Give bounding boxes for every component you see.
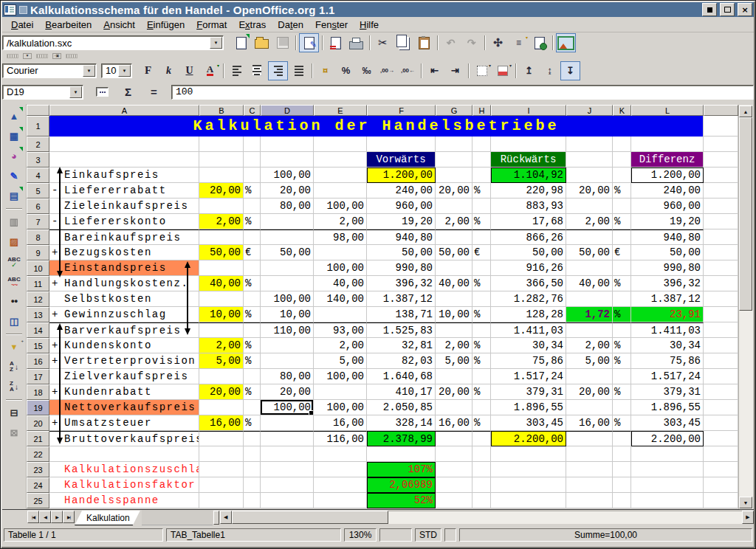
cell-B24[interactable] <box>199 477 244 493</box>
cell-I11[interactable]: 366,50 <box>491 276 566 291</box>
cell-C3[interactable] <box>244 152 261 168</box>
row-header-15[interactable]: 15 <box>27 338 49 353</box>
cell-A11[interactable]: +Handlungskostenz. <box>49 276 199 291</box>
cell-A18[interactable]: +Kundenrabatt <box>49 384 199 400</box>
cell-A14[interactable]: Barverkaufspreis <box>49 322 199 338</box>
cell-D11[interactable] <box>261 276 314 291</box>
cell-L14[interactable]: 1.411,03 <box>631 322 704 338</box>
cell-E24[interactable] <box>314 477 367 493</box>
cell-I21[interactable]: 2.200,00 <box>491 431 566 446</box>
row-header-6[interactable]: 6 <box>27 198 49 214</box>
menu-fenster[interactable]: Fenster <box>309 18 354 31</box>
cell-L15[interactable]: 30,34 <box>631 338 704 353</box>
borders-icon[interactable]: ▾ <box>472 61 492 80</box>
redo-icon[interactable]: ↷ <box>461 33 481 52</box>
cell-G19[interactable] <box>436 400 472 415</box>
row-header-10[interactable]: 10 <box>27 260 49 276</box>
cell-J18[interactable]: 20,00 <box>566 384 613 400</box>
cell-F17[interactable]: 1.640,68 <box>367 369 436 384</box>
cell-M25[interactable] <box>704 493 738 508</box>
cell-F8[interactable]: 940,80 <box>367 229 436 245</box>
cell-E16[interactable]: 5,00 <box>314 353 367 369</box>
cell-H24[interactable] <box>472 477 491 493</box>
sort-descending-icon[interactable]: ZA↓ <box>4 377 24 396</box>
cell-K25[interactable] <box>613 493 631 508</box>
cell-C4[interactable] <box>244 168 261 183</box>
cell-L16[interactable]: 75,86 <box>631 353 704 369</box>
cell-G8[interactable] <box>436 229 472 245</box>
cell-C17[interactable] <box>244 369 261 384</box>
cell-J8[interactable] <box>566 229 613 245</box>
cell-F15[interactable]: 32,81 <box>367 338 436 353</box>
name-box-dropdown-icon[interactable]: ▼ <box>69 86 82 98</box>
cell-G3[interactable] <box>436 152 472 168</box>
cell-G16[interactable]: 5,00 <box>436 353 472 369</box>
cell-K4[interactable] <box>613 168 631 183</box>
form-functions-icon[interactable]: ▤ <box>4 186 24 205</box>
restore-button[interactable] <box>720 3 735 16</box>
cell-H12[interactable] <box>472 291 491 307</box>
cell-G22[interactable] <box>436 446 472 462</box>
cell-B12[interactable] <box>199 291 244 307</box>
toolbar-handle[interactable] <box>7 54 18 58</box>
print-icon[interactable] <box>346 33 366 52</box>
cell-G14[interactable] <box>436 322 472 338</box>
scroll-up-icon[interactable]: ▲ <box>739 106 752 117</box>
cell-B9[interactable]: 50,00 <box>199 245 244 260</box>
cell-C6[interactable] <box>244 198 261 214</box>
cell-M11[interactable] <box>704 276 738 291</box>
spellcheck-icon[interactable]: ABC✓ <box>4 252 24 271</box>
copy-icon[interactable] <box>394 33 413 52</box>
group-icon[interactable]: ⊟ <box>4 403 24 422</box>
cell-J21[interactable] <box>566 431 613 446</box>
row-header-25[interactable]: 25 <box>27 493 49 508</box>
cell-H7[interactable]: % <box>472 214 491 229</box>
column-header-stub[interactable] <box>704 105 738 116</box>
cell-M10[interactable] <box>704 260 738 276</box>
autoformat-icon[interactable]: ▨ <box>4 232 24 251</box>
next-sheet-button[interactable]: ▶ <box>51 511 63 523</box>
cell-B21[interactable] <box>199 431 244 446</box>
cell-K9[interactable]: € <box>613 245 631 260</box>
cell-H10[interactable] <box>472 260 491 276</box>
font-name-dropdown-icon[interactable]: ▼ <box>83 65 95 77</box>
cell-K12[interactable] <box>613 291 631 307</box>
cell-B17[interactable] <box>199 369 244 384</box>
cell-L6[interactable]: 960,00 <box>631 198 704 214</box>
cell-F23[interactable]: 107% <box>367 462 436 477</box>
column-header-J[interactable]: J <box>566 105 613 116</box>
cell-A1-title[interactable]: Kalkulation der Handelsbetriebe <box>49 116 704 137</box>
toolbar-handle[interactable] <box>36 54 48 58</box>
align-right-icon[interactable] <box>268 61 288 80</box>
vertical-scroll-thumb[interactable] <box>739 117 752 311</box>
edit-file-icon[interactable]: ✎ <box>299 33 319 52</box>
cell-L24[interactable] <box>631 477 704 493</box>
cell-J20[interactable]: 16,00 <box>566 415 613 431</box>
row-header-17[interactable]: 17 <box>27 369 49 384</box>
cell-B15[interactable]: 2,00 <box>199 338 244 353</box>
open-icon[interactable] <box>252 33 272 52</box>
underline-icon[interactable]: U <box>179 61 199 80</box>
cell-C23[interactable] <box>244 462 261 477</box>
cell-G25[interactable] <box>436 493 472 508</box>
cell-G9[interactable]: 50,00 <box>436 245 472 260</box>
cell-A13[interactable]: +Gewinnzuschlag <box>49 307 199 322</box>
cell-B8[interactable] <box>199 229 244 245</box>
cell-H3[interactable] <box>472 152 491 168</box>
cell-M13[interactable] <box>704 307 738 322</box>
horizontal-scrollbar[interactable]: ◀ ▶ <box>220 511 754 524</box>
cell-B20[interactable]: 16,00 <box>199 415 244 431</box>
row-header-14[interactable]: 14 <box>27 322 49 338</box>
cell-L21[interactable]: 2.200,00 <box>631 431 704 446</box>
find-replace-icon[interactable]: ●● <box>4 291 24 311</box>
cell-D21[interactable] <box>261 431 314 446</box>
cell-C24[interactable] <box>244 477 261 493</box>
cell-B22[interactable] <box>199 446 244 462</box>
cell-L4[interactable]: 1.200,00 <box>631 168 704 183</box>
row-header-5[interactable]: 5 <box>27 183 49 198</box>
cell-D8[interactable] <box>261 229 314 245</box>
status-zoom[interactable]: 130% <box>344 528 377 542</box>
cell-K18[interactable]: % <box>613 384 631 400</box>
cell-F13[interactable]: 138,71 <box>367 307 436 322</box>
function-wizard-icon[interactable] <box>92 83 112 102</box>
